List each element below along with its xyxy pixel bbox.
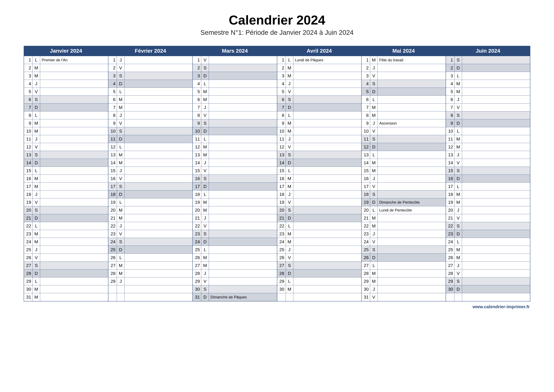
day-number	[108, 285, 117, 293]
day-of-week: V	[455, 159, 462, 167]
day-note	[462, 262, 530, 269]
day-of-week: J	[370, 64, 378, 72]
day-row: 29V	[193, 277, 277, 285]
day-of-week: M	[455, 135, 462, 143]
day-number: 22	[193, 222, 201, 230]
day-note	[462, 104, 530, 111]
day-note	[40, 143, 108, 151]
day-note	[378, 238, 446, 246]
day-note	[209, 56, 277, 64]
day-number: 8	[362, 112, 370, 119]
day-note: Dimanche de Pentecôte	[378, 198, 446, 206]
day-row: 5L	[108, 88, 192, 96]
day-of-week: D	[117, 190, 125, 198]
day-row: 28J	[193, 269, 277, 277]
day-number: 9	[24, 119, 33, 127]
day-of-week: M	[201, 198, 209, 206]
day-number: 15	[24, 167, 33, 175]
day-number: 9	[193, 119, 201, 127]
day-of-week: S	[286, 96, 293, 103]
day-of-week: V	[455, 269, 462, 277]
day-of-week: M	[33, 119, 40, 127]
day-number: 1	[24, 56, 33, 64]
day-note	[40, 246, 108, 253]
day-of-week: D	[286, 159, 293, 167]
day-note	[40, 293, 108, 301]
day-number: 6	[108, 96, 117, 103]
day-note	[209, 104, 277, 111]
day-row: 21D	[24, 214, 108, 222]
day-row: 8J	[108, 112, 192, 119]
day-number: 4	[277, 80, 286, 88]
day-of-week: M	[201, 96, 209, 103]
day-number: 23	[362, 230, 370, 238]
day-note	[378, 262, 446, 269]
day-of-week: D	[117, 246, 125, 253]
day-of-week: V	[370, 182, 378, 190]
day-row: 28V	[446, 269, 530, 277]
day-row: 14M	[362, 159, 446, 167]
day-row	[108, 293, 192, 301]
day-row: 7D	[24, 104, 108, 112]
day-number: 26	[362, 254, 370, 261]
day-of-week: L	[201, 80, 209, 88]
day-of-week: S	[455, 277, 462, 285]
day-row: 7V	[446, 104, 530, 112]
day-number: 20	[24, 206, 33, 214]
day-row: 18S	[362, 190, 446, 198]
day-number: 13	[446, 151, 455, 159]
day-note	[125, 167, 192, 175]
day-number: 13	[362, 151, 370, 159]
day-number: 27	[108, 262, 117, 269]
day-of-week: S	[33, 96, 40, 103]
day-note	[462, 214, 530, 222]
day-number: 5	[108, 88, 117, 96]
day-row: 20M	[108, 206, 192, 214]
day-number	[108, 293, 117, 301]
day-note	[378, 72, 446, 80]
day-row: 27S	[24, 262, 108, 269]
day-of-week: D	[33, 269, 40, 277]
day-of-week: J	[33, 80, 40, 88]
day-row: 13M	[193, 151, 277, 159]
day-row: 2M	[277, 64, 361, 72]
day-number: 29	[362, 277, 370, 285]
calendar-grid: Janvier 20241LPremier de l'An2M3M4J5V6S7…	[24, 46, 530, 301]
day-of-week: M	[33, 285, 40, 293]
day-row: 17L	[446, 182, 530, 190]
day-number: 6	[24, 96, 33, 103]
day-note	[209, 167, 277, 175]
day-note	[378, 182, 446, 190]
day-number: 21	[24, 214, 33, 222]
day-note	[209, 127, 277, 135]
day-number: 7	[362, 104, 370, 111]
day-note	[293, 72, 361, 80]
day-row: 19V	[277, 198, 361, 206]
day-note	[125, 182, 192, 190]
day-note	[209, 206, 277, 214]
day-note	[40, 88, 108, 96]
day-number: 22	[108, 222, 117, 230]
day-number: 23	[446, 230, 455, 238]
day-note	[209, 80, 277, 88]
day-note	[462, 238, 530, 246]
day-note	[40, 269, 108, 277]
day-note	[209, 262, 277, 269]
day-row: 6J	[446, 96, 530, 104]
day-number: 17	[108, 182, 117, 190]
day-number: 24	[446, 238, 455, 246]
day-note: Premier de l'An	[40, 56, 108, 64]
day-number: 13	[193, 151, 201, 159]
day-row: 28M	[108, 269, 192, 277]
day-note	[209, 88, 277, 96]
day-note	[209, 64, 277, 72]
day-of-week: D	[33, 214, 40, 222]
day-number: 14	[446, 159, 455, 167]
day-number: 25	[446, 246, 455, 253]
day-note	[293, 254, 361, 261]
day-row: 19M	[446, 198, 530, 206]
day-of-week: V	[201, 167, 209, 175]
day-row: 23M	[24, 230, 108, 238]
day-of-week: L	[117, 88, 125, 96]
day-of-week: V	[286, 254, 293, 261]
